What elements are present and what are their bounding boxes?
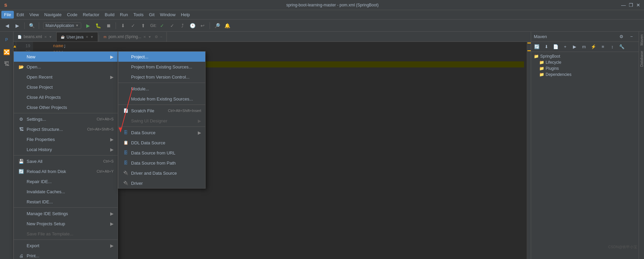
search-button[interactable]: 🔍 — [27, 21, 36, 30]
git-update-button[interactable]: ⬇ — [119, 21, 127, 30]
maven-skip-btn[interactable]: m — [580, 42, 588, 51]
menu-item-open-recent[interactable]: Open Recent ▶ — [14, 72, 118, 82]
maven-toggle-2-btn[interactable]: ↕ — [608, 42, 617, 51]
tab-user-java[interactable]: ☕ User.java ✕ ▼ — [57, 32, 98, 41]
menu-file[interactable]: File — [1, 11, 14, 19]
vtab-maven[interactable]: Maven — [639, 32, 644, 48]
menu-code[interactable]: Code — [64, 11, 80, 19]
stop-button[interactable]: ⏹ — [104, 21, 113, 30]
tree-item-springboot[interactable]: 📁 SpringBoot — [532, 53, 637, 59]
forward-button[interactable]: ▶ — [13, 21, 22, 30]
maven-add-btn[interactable]: + — [561, 42, 570, 51]
git-check2-button[interactable]: ✓ — [168, 21, 177, 30]
editor-scrollbar[interactable] — [527, 42, 531, 259]
sidebar-structure-icon[interactable]: 🏗 — [1, 59, 12, 69]
menu-item-manage-ide[interactable]: Manage IDE Settings ▶ — [14, 208, 118, 219]
tree-item-dependencies[interactable]: 📁 Dependencies — [538, 71, 637, 78]
menu-item-reload[interactable]: 🔄 Reload All from Disk Ctrl+Alt+Y — [14, 166, 118, 176]
beans-xml-close[interactable]: ✕ — [44, 35, 47, 39]
tab-dropdown-1[interactable]: ▼ — [49, 35, 52, 39]
menu-item-save-all[interactable]: 💾 Save All Ctrl+S — [14, 156, 118, 166]
search-everywhere-button[interactable]: 🔎 — [213, 21, 221, 30]
git-check-button[interactable]: ✓ — [158, 21, 166, 30]
menu-item-settings[interactable]: ⚙ Settings... Ctrl+Alt+S — [14, 114, 118, 124]
run-button[interactable]: ▶ — [84, 21, 93, 30]
maven-execute-btn[interactable]: ⚡ — [589, 42, 598, 51]
maximize-button[interactable]: ❐ — [628, 3, 633, 7]
submenu-module[interactable]: Module... — [118, 84, 205, 94]
menu-help[interactable]: Help — [178, 11, 193, 19]
notifications-button[interactable]: 🔔 — [223, 21, 232, 30]
close-button[interactable]: ✕ — [636, 3, 641, 7]
submenu-project-existing[interactable]: Project from Existing Sources... — [118, 62, 205, 72]
run-config-dropdown-icon[interactable]: ▼ — [75, 24, 79, 27]
menu-refactor[interactable]: Refactor — [80, 11, 102, 19]
submenu-ddl-data-source[interactable]: 📋 DDL Data Source — [118, 138, 205, 148]
menu-edit[interactable]: Edit — [14, 11, 27, 19]
menu-item-close-other[interactable]: Close Other Projects — [14, 102, 118, 112]
sidebar-project-icon[interactable]: P — [1, 34, 12, 45]
sidebar-commit-icon[interactable]: 🔀 — [1, 47, 12, 57]
vtab-database[interactable]: Database — [639, 48, 644, 69]
git-revert-button[interactable]: ↩ — [198, 21, 207, 30]
menu-tools[interactable]: Tools — [131, 11, 146, 19]
submenu-data-source-path[interactable]: 🗄 Data Source from Path — [118, 158, 205, 168]
submenu-driver[interactable]: 🔌 Driver — [118, 178, 205, 188]
maven-refresh-btn[interactable]: 🔄 — [532, 42, 541, 51]
submenu-module-existing[interactable]: Module from Existing Sources... — [118, 94, 205, 104]
debug-button[interactable]: 🐛 — [94, 21, 103, 30]
menu-git[interactable]: Git — [146, 11, 157, 19]
maven-download-src-btn[interactable]: ⬇ — [542, 42, 551, 51]
menu-item-invalidate[interactable]: Invalidate Caches... — [14, 186, 118, 197]
menu-view[interactable]: View — [27, 11, 41, 19]
menu-window[interactable]: Window — [157, 11, 178, 19]
tab-pin-icon[interactable]: − — [160, 35, 162, 39]
maven-run-btn[interactable]: ▶ — [570, 42, 579, 51]
maven-download-doc-btn[interactable]: 📄 — [551, 42, 560, 51]
menu-item-print[interactable]: 🖨 Print... — [14, 251, 118, 259]
user-java-close[interactable]: ✕ — [86, 35, 88, 39]
submenu-project-vcs[interactable]: Project from Version Control... — [118, 72, 205, 82]
menu-item-file-properties[interactable]: File Properties ▶ — [14, 134, 118, 144]
submenu-driver-and-data-source[interactable]: 🔌 Driver and Data Source — [118, 168, 205, 178]
tree-item-plugins[interactable]: 📁 Plugins — [538, 65, 637, 71]
menu-item-export[interactable]: Export ▶ — [14, 240, 118, 251]
menu-item-repair[interactable]: Repair IDE... — [14, 176, 118, 186]
tab-dropdown-3[interactable]: ▼ — [148, 35, 151, 39]
menu-build[interactable]: Build — [102, 11, 117, 19]
tab-beans-xml[interactable]: 📄 beans.xml ✕ ▼ — [13, 32, 57, 41]
submenu-project[interactable]: Project... — [118, 52, 205, 62]
menu-item-open[interactable]: 📂 Open... — [14, 62, 118, 72]
menu-item-new[interactable]: New ▶ — [14, 52, 118, 62]
maven-collapse-btn[interactable]: − — [627, 32, 636, 41]
menu-item-local-history[interactable]: Local History ▶ — [14, 144, 118, 154]
submenu-data-source[interactable]: 🗄 Data Source ▶ — [118, 127, 205, 138]
back-button[interactable]: ◀ — [3, 21, 11, 30]
close-other-label: Close Other Projects — [27, 105, 114, 110]
submenu-data-source-url[interactable]: 🗄 Data Source from URL — [118, 148, 205, 158]
menu-run[interactable]: Run — [117, 11, 131, 19]
menu-item-close-project[interactable]: Close Project — [14, 82, 118, 92]
menu-item-close-all[interactable]: Close All Projects — [14, 92, 118, 102]
maven-settings-btn[interactable]: ⚙ — [617, 32, 626, 41]
tab-gear-icon[interactable]: ⚙ — [155, 35, 158, 39]
minimize-button[interactable]: — — [621, 3, 626, 7]
menu-item-restart[interactable]: Restart IDE... — [14, 197, 118, 207]
menu-item-new-projects-setup[interactable]: New Projects Setup ▶ — [14, 219, 118, 229]
git-history-button[interactable]: 🕐 — [188, 21, 197, 30]
tree-item-lifecycle[interactable]: 📁 Lifecycle — [538, 59, 637, 65]
git-push-button[interactable]: ⬆ — [139, 21, 148, 30]
pom-xml-close[interactable]: ✕ — [143, 35, 146, 39]
git-commit-button[interactable]: ✓ — [129, 21, 137, 30]
menu-item-project-structure[interactable]: 🏗 Project Structure... Ctrl+Alt+Shift+S — [14, 124, 118, 134]
menu-navigate[interactable]: Navigate — [41, 11, 64, 19]
submenu-scratch[interactable]: 📄 Scratch File Ctrl+Alt+Shift+Insert — [118, 106, 205, 116]
tab-pom-xml[interactable]: m pom.xml (Spring... ✕ ▼ ⚙ − — [100, 32, 167, 41]
tab-dropdown-2[interactable]: ▼ — [90, 35, 94, 39]
sep-1 — [14, 113, 118, 113]
maven-panel: Maven ⚙ − 🔄 ⬇ 📄 + ▶ m ⚡ ≡ ↕ 🔧 📁 SpringBo… — [531, 32, 639, 259]
data-source-icon: 🗄 — [122, 129, 129, 136]
maven-toggle-1-btn[interactable]: ≡ — [599, 42, 607, 51]
maven-spanner-btn[interactable]: 🔧 — [617, 42, 626, 51]
git-merge-button[interactable]: ⤴ — [178, 21, 187, 30]
